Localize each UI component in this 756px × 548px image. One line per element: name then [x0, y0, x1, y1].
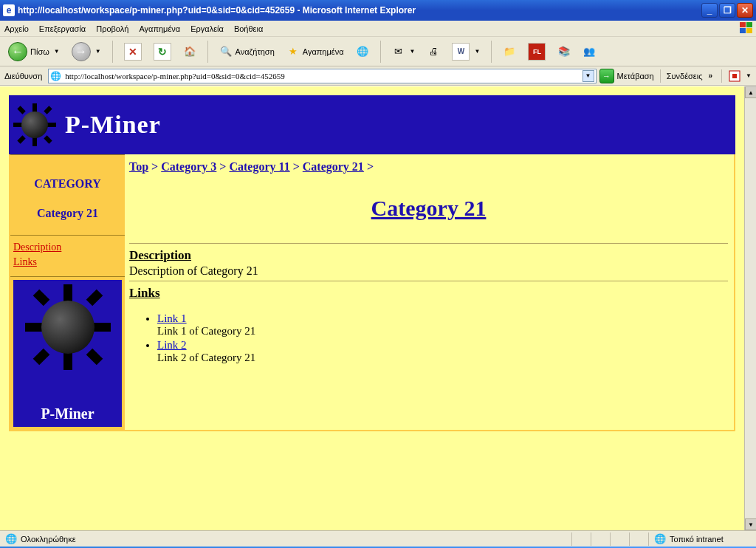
forward-icon: → [72, 42, 91, 61]
stop-icon: ✕ [124, 43, 142, 61]
description-text: Description of Category 21 [129, 264, 728, 278]
breadcrumb-link[interactable]: Category 21 [303, 160, 364, 173]
ie-icon: e [3, 4, 15, 16]
address-bar: Διεύθυνση 🌐 ▼ → Μετάβαση Συνδέσεις » ▼ [0, 66, 756, 86]
research-button[interactable]: 📚 [554, 43, 574, 61]
address-field-wrap[interactable]: 🌐 ▼ [48, 69, 596, 83]
back-icon: ← [8, 42, 27, 61]
status-text: Ολοκληρώθηκε [21, 535, 76, 544]
address-label: Διεύθυνση [4, 72, 42, 81]
menu-favorites[interactable]: Αγαπημένα [139, 24, 180, 33]
star-icon: ★ [286, 45, 300, 58]
toolbar-separator [721, 69, 722, 83]
window-minimize-button[interactable]: _ [701, 3, 718, 18]
site-banner: P-Miner [9, 95, 735, 154]
research-icon: 📚 [557, 45, 571, 58]
page-heading-link[interactable]: Category 21 [371, 196, 487, 220]
home-button[interactable]: 🏠 [179, 43, 200, 61]
window-titlebar: e http://localhost/workspace/p-miner.php… [0, 0, 756, 21]
pdf-icon[interactable] [728, 69, 741, 83]
section-title-description: Description [129, 248, 728, 263]
breadcrumb-link[interactable]: Top [129, 160, 148, 173]
toolbar-separator [491, 41, 492, 63]
page-heading: Category 21 [129, 196, 728, 221]
menu-tools[interactable]: Εργαλεία [190, 24, 224, 33]
sidebar-link-description[interactable]: Description [13, 240, 122, 255]
menu-bar: Αρχείο Επεξεργασία Προβολή Αγαπημένα Εργ… [0, 21, 756, 37]
content-link[interactable]: Link 1 [157, 312, 187, 324]
menu-edit[interactable]: Επεξεργασία [39, 24, 86, 33]
content-link-desc: Link 1 of Category 21 [157, 325, 255, 337]
zone-text: Τοπικό intranet [670, 535, 724, 544]
done-icon: 🌐 [4, 532, 18, 546]
zone-icon: 🌐 [653, 532, 667, 546]
window-close-button[interactable]: ✕ [737, 3, 753, 18]
address-input[interactable] [63, 71, 582, 81]
edit-doc-button[interactable]: W▼ [448, 41, 484, 63]
window-title: http://localhost/workspace/p-miner.php?u… [18, 5, 701, 16]
status-cells [571, 532, 648, 546]
chevron-down-icon: ▼ [474, 48, 480, 55]
word-icon: W [452, 43, 470, 61]
address-dropdown-button[interactable]: ▼ [583, 70, 594, 82]
main-content: Top > Category 3 > Category 11 > Categor… [125, 154, 734, 430]
refresh-button[interactable]: ↻ [150, 41, 175, 63]
chevron-down-icon: ▼ [95, 48, 101, 55]
stop-button[interactable]: ✕ [120, 41, 145, 63]
svg-rect-5 [732, 74, 737, 78]
flash-button[interactable]: FL [524, 41, 549, 63]
sidebar-logo-block: P-Miner [13, 280, 122, 427]
browser-toolbar: ← Πίσω ▼ → ▼ ✕ ↻ 🏠 🔍 Αναζήτηση ★ Αγαπημέ… [0, 37, 756, 66]
list-item: Link 2 Link 2 of Category 21 [157, 339, 728, 364]
print-icon: 🖨 [427, 45, 440, 58]
history-icon: 🌐 [356, 45, 369, 58]
status-bar: 🌐 Ολοκληρώθηκε 🌐 Τοπικό intranet [0, 530, 756, 547]
favorites-button[interactable]: ★ Αγαπημένα [283, 43, 348, 61]
toolbar-separator [380, 41, 381, 63]
chevron-down-icon: ▼ [410, 48, 416, 55]
messenger-button[interactable]: 👥 [579, 43, 599, 61]
sidebar-category-label: CATEGORY [15, 177, 120, 191]
sidebar-current-category: Category 21 [15, 207, 120, 220]
list-item: Link 1 Link 1 of Category 21 [157, 312, 728, 338]
history-button[interactable]: 🌐 [352, 43, 373, 61]
svg-rect-3 [746, 28, 752, 33]
mine-icon [28, 287, 108, 367]
search-button[interactable]: 🔍 Αναζήτηση [216, 43, 278, 61]
mail-button[interactable]: ✉▼ [388, 43, 419, 61]
window-maximize-button[interactable]: ❐ [719, 3, 735, 18]
links-label[interactable]: Συνδέσεις [667, 72, 703, 81]
breadcrumb: Top > Category 3 > Category 11 > Categor… [129, 160, 728, 174]
refresh-icon: ↻ [154, 43, 171, 61]
go-button[interactable]: → [599, 69, 614, 83]
content-link[interactable]: Link 2 [157, 339, 187, 351]
content-link-desc: Link 2 of Category 21 [157, 352, 255, 363]
chevron-down-icon[interactable]: ▼ [746, 72, 752, 79]
sidebar-link-links[interactable]: Links [13, 255, 122, 270]
menu-view[interactable]: Προβολή [96, 24, 128, 33]
menu-help[interactable]: Βοήθεια [234, 24, 263, 33]
windows-flag-icon [740, 22, 753, 34]
section-title-links: Links [129, 286, 728, 301]
scroll-up-button[interactable]: ▲ [745, 86, 756, 98]
links-chevron-icon[interactable]: » [709, 72, 713, 80]
toolbar-separator [207, 41, 208, 63]
scroll-down-button[interactable]: ▼ [745, 518, 756, 530]
svg-rect-0 [740, 22, 746, 27]
folder-icon: 📁 [503, 45, 516, 58]
forward-button[interactable]: → ▼ [68, 40, 105, 64]
breadcrumb-link[interactable]: Category 3 [161, 160, 216, 173]
webpage: P-Miner CATEGORY Category 21 Description… [0, 86, 744, 530]
sidebar-logo-text: P-Miner [18, 405, 117, 422]
back-button[interactable]: ← Πίσω ▼ [4, 40, 63, 64]
mail-icon: ✉ [392, 45, 405, 58]
menu-file[interactable]: Αρχείο [4, 24, 29, 33]
toolbar-separator [660, 69, 661, 83]
folder-button[interactable]: 📁 [499, 43, 520, 61]
print-button[interactable]: 🖨 [423, 43, 444, 61]
go-label: Μετάβαση [617, 72, 654, 81]
breadcrumb-link[interactable]: Category 11 [229, 160, 289, 173]
content-viewport: P-Miner CATEGORY Category 21 Description… [0, 86, 756, 530]
sidebar: CATEGORY Category 21 Description Links [10, 154, 125, 430]
vertical-scrollbar[interactable]: ▲ ▼ [744, 86, 756, 530]
